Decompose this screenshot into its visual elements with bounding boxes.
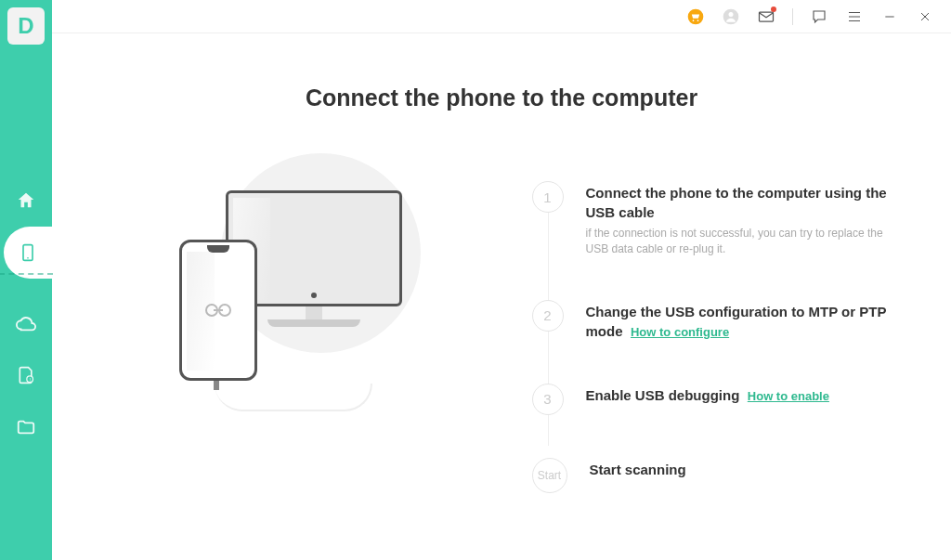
sidebar-item-folder[interactable] — [0, 401, 52, 453]
sidebar-divider — [0, 273, 53, 275]
minimize-button[interactable] — [880, 7, 899, 26]
file-alert-icon: ! — [17, 366, 35, 384]
phone-graphic — [179, 240, 257, 381]
svg-point-6 — [729, 12, 734, 17]
main-area: Connect the phone to the computer — [52, 0, 951, 560]
step-start-label: Start — [532, 458, 567, 493]
chat-icon — [811, 8, 827, 25]
svg-rect-10 — [214, 309, 223, 311]
svg-text:!: ! — [29, 377, 30, 383]
step-title: Enable USB debugging — [586, 387, 740, 403]
how-to-enable-link[interactable]: How to enable — [748, 389, 829, 403]
cart-icon — [686, 7, 705, 26]
sidebar-item-cloud[interactable] — [0, 297, 52, 349]
app-logo-letter: D — [18, 13, 33, 39]
step-title: Start scanning — [590, 460, 904, 479]
svg-rect-7 — [760, 12, 774, 21]
how-to-configure-link[interactable]: How to configure — [631, 325, 729, 339]
step-2: 2 Change the USB configuration to MTP or… — [532, 300, 904, 341]
titlebar-divider — [792, 8, 793, 25]
step-number: 2 — [532, 300, 564, 332]
step-title: Connect the phone to the computer using … — [586, 183, 904, 222]
feedback-button[interactable] — [810, 7, 828, 26]
folder-icon — [16, 417, 36, 437]
menu-button[interactable] — [845, 7, 864, 26]
content: Connect the phone to the computer — [52, 33, 951, 560]
sidebar-item-home[interactable] — [0, 175, 52, 227]
menu-icon — [846, 8, 863, 25]
step-number: 1 — [532, 181, 564, 213]
phone-icon — [19, 243, 37, 262]
cloud-icon — [16, 313, 36, 333]
user-icon — [722, 7, 740, 26]
close-button[interactable] — [916, 7, 934, 26]
cart-button[interactable] — [686, 7, 705, 26]
step-start: Start Start scanning — [532, 458, 904, 493]
svg-point-1 — [27, 257, 29, 259]
close-icon — [918, 9, 932, 24]
panel: 1 Connect the phone to the computer usin… — [52, 158, 951, 536]
user-button[interactable] — [722, 7, 740, 26]
step-1: 1 Connect the phone to the computer usin… — [532, 181, 904, 257]
titlebar — [52, 0, 951, 33]
page-title: Connect the phone to the computer — [306, 85, 697, 111]
step-hint: if the connection is not successful, you… — [586, 226, 904, 257]
sidebar-item-sim[interactable]: ! — [0, 349, 52, 401]
app-logo: D — [7, 7, 45, 45]
mail-button[interactable] — [757, 7, 775, 26]
notification-dot — [771, 7, 776, 12]
home-icon — [16, 190, 36, 211]
minimize-icon — [882, 9, 897, 24]
step-3: 3 Enable USB debugging How to enable — [532, 384, 904, 415]
sidebar-item-phone[interactable] — [4, 227, 52, 279]
connection-illustration — [137, 158, 444, 427]
step-number: 3 — [532, 384, 564, 415]
sidebar: D ! — [0, 0, 52, 560]
steps-list: 1 Connect the phone to the computer usin… — [532, 158, 904, 536]
